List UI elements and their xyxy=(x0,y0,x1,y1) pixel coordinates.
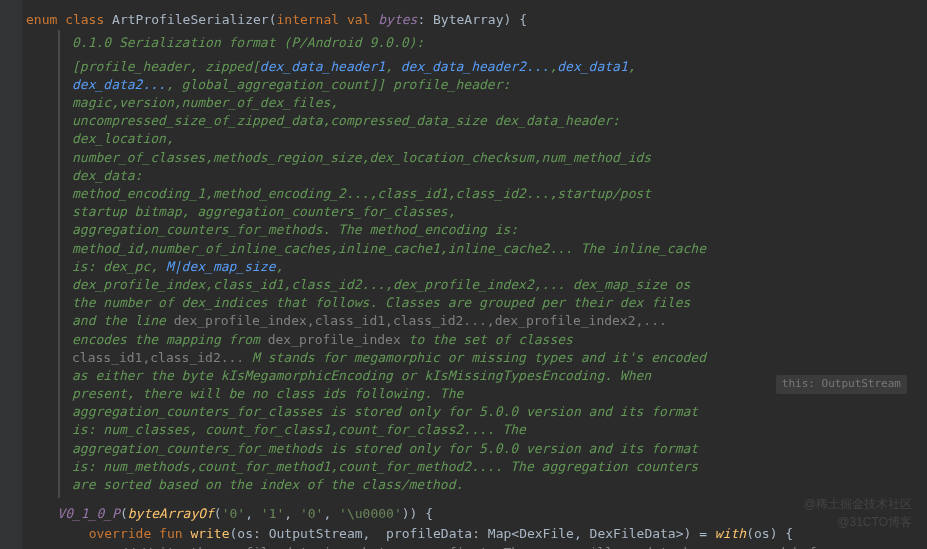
comment-line-1: // Write the profile data in a byte arra… xyxy=(26,543,917,549)
enum-entry: V0_1_0_P(byteArrayOf('0', '1', '0', '\u0… xyxy=(26,504,917,524)
gutter xyxy=(0,0,22,549)
kdoc-intro: 0.1.0 Serialization format (P/Android 9.… xyxy=(72,34,712,52)
watermark: @稀土掘金技术社区 @31CTO博客 xyxy=(804,495,912,531)
code-editor[interactable]: enum class ArtProfileSerializer(internal… xyxy=(0,0,927,549)
kdoc-body: [profile_header, zipped[dex_data_header1… xyxy=(72,58,712,495)
override-fun: override fun write(os: OutputStream, pro… xyxy=(26,524,917,544)
kdoc-block: 0.1.0 Serialization format (P/Android 9.… xyxy=(58,30,917,499)
enum-declaration: enum class ArtProfileSerializer(internal… xyxy=(26,10,917,30)
inlay-hint: this: OutputStream xyxy=(776,375,907,394)
